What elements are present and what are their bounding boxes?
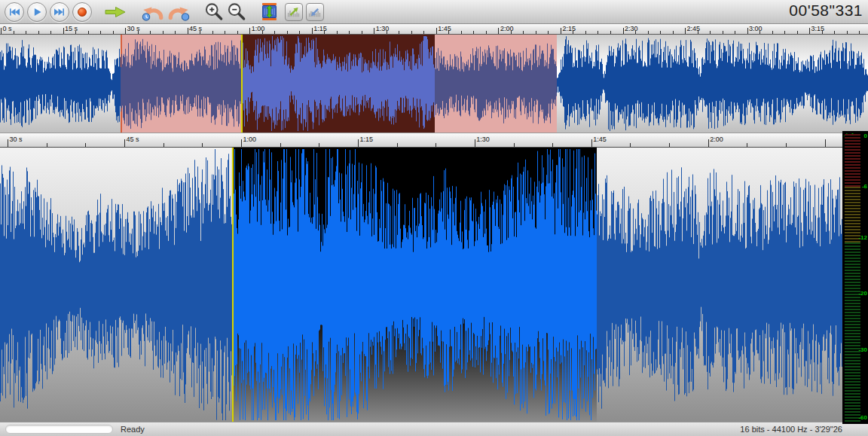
ruler-tick — [125, 28, 126, 34]
overview-ruler[interactable]: 0 s15 s30 s45 s1:001:151:301:452:002:152… — [0, 24, 868, 35]
ruler-tick — [610, 31, 611, 34]
ruler-tick — [358, 139, 359, 147]
ruler-tick — [164, 143, 164, 147]
overview-waveform[interactable] — [0, 35, 868, 133]
ruler-tick — [797, 31, 798, 34]
ruler-tick — [436, 28, 437, 34]
overview-waveform-canvas[interactable] — [0, 35, 868, 133]
ruler-tick — [552, 143, 553, 147]
ruler-tick — [822, 31, 823, 34]
play-button[interactable] — [27, 2, 47, 22]
ruler-tick — [50, 31, 51, 34]
fit-vertical-button[interactable] — [260, 2, 279, 21]
green-arrow-icon — [104, 5, 127, 19]
ruler-tick — [825, 139, 826, 147]
redo-button[interactable] — [167, 2, 191, 22]
ruler-tick — [511, 31, 512, 34]
ruler-tick — [698, 31, 698, 34]
ruler-tick — [188, 28, 188, 34]
ruler-tick — [287, 31, 288, 34]
fast-forward-icon — [53, 6, 66, 18]
ruler-tick — [548, 31, 549, 34]
ruler-tick — [772, 31, 773, 34]
ruler-tick — [630, 143, 631, 147]
ruler-tick — [498, 28, 499, 34]
zoom-selection-icon — [286, 4, 302, 20]
ruler-tick — [523, 31, 524, 34]
ruler-tick — [723, 31, 723, 34]
ruler-tick — [710, 31, 711, 34]
ruler-tick — [747, 28, 748, 34]
ruler-tick — [473, 31, 474, 34]
ruler-tick — [760, 31, 760, 34]
ruler-tick — [175, 31, 176, 34]
main-playhead-cursor[interactable] — [232, 148, 234, 422]
meter-scale-label: -20 — [858, 291, 867, 297]
ruler-tick — [399, 31, 399, 34]
ruler-tick — [436, 143, 436, 147]
ruler-tick — [669, 143, 670, 147]
ruler-tick — [461, 31, 462, 34]
ruler-tick — [747, 143, 747, 147]
ruler-tick — [138, 31, 139, 34]
ruler-tick — [859, 31, 860, 34]
overview-playhead-cursor[interactable] — [241, 35, 243, 133]
ruler-label: 2:00 — [710, 136, 723, 143]
ruler-tick — [486, 31, 487, 34]
rewind-button[interactable] — [5, 2, 24, 22]
ruler-tick — [536, 31, 536, 34]
file-info: 16 bits - 44100 Hz - 3'29"26 — [740, 425, 842, 434]
status-bar: Ready 16 bits - 44100 Hz - 3'29"26 — [0, 422, 868, 436]
ruler-tick — [362, 31, 362, 34]
main-waveform-canvas[interactable] — [0, 148, 868, 422]
ruler-tick — [786, 143, 787, 147]
ruler-tick — [834, 31, 835, 34]
ruler-tick — [374, 28, 374, 34]
redo-icon — [167, 2, 191, 22]
ruler-tick — [423, 31, 424, 34]
ruler-tick — [598, 31, 598, 34]
ruler-tick — [85, 143, 86, 147]
record-button[interactable] — [72, 2, 92, 22]
ruler-tick — [735, 31, 735, 34]
ruler-tick — [280, 143, 281, 147]
ruler-tick — [685, 28, 686, 34]
zoom-in-button[interactable] — [203, 2, 224, 22]
ruler-tick — [585, 31, 586, 34]
main-waveform[interactable] — [0, 148, 868, 422]
ruler-label: 1:15 — [359, 136, 373, 143]
ruler-label: 1:45 — [593, 136, 607, 143]
meter-scale-label: -30 — [858, 347, 867, 353]
main-ruler[interactable]: 30 s45 s1:001:151:301:452:00 — [0, 133, 868, 148]
ruler-tick — [163, 31, 164, 34]
ruler-tick — [249, 28, 250, 34]
ruler-tick — [237, 31, 238, 34]
ruler-tick — [591, 139, 592, 147]
zoom-in-icon — [203, 2, 224, 22]
fast-forward-button[interactable] — [50, 2, 69, 22]
ruler-tick — [784, 31, 785, 34]
ruler-tick — [847, 31, 848, 34]
ruler-tick — [200, 31, 200, 34]
ruler-tick — [212, 31, 213, 34]
ruler-tick — [475, 139, 475, 147]
ruler-tick — [387, 31, 387, 34]
ruler-tick — [809, 28, 810, 34]
ruler-tick — [337, 31, 338, 34]
undo-button[interactable] — [140, 2, 164, 22]
ruler-tick — [319, 143, 319, 147]
ruler-tick — [14, 31, 14, 34]
record-icon — [78, 8, 87, 17]
ruler-tick — [100, 31, 101, 34]
zoom-all-button[interactable] — [306, 3, 324, 21]
ruler-tick — [150, 31, 151, 34]
ruler-tick — [397, 143, 398, 147]
go-forward-button[interactable] — [104, 5, 127, 19]
ruler-tick — [241, 139, 242, 147]
zoom-out-button[interactable] — [226, 2, 246, 22]
zoom-selection-button[interactable] — [285, 3, 303, 21]
ruler-tick — [124, 139, 125, 147]
ruler-tick — [202, 143, 203, 147]
ruler-tick — [324, 31, 325, 34]
zoom-out-icon — [226, 2, 246, 22]
